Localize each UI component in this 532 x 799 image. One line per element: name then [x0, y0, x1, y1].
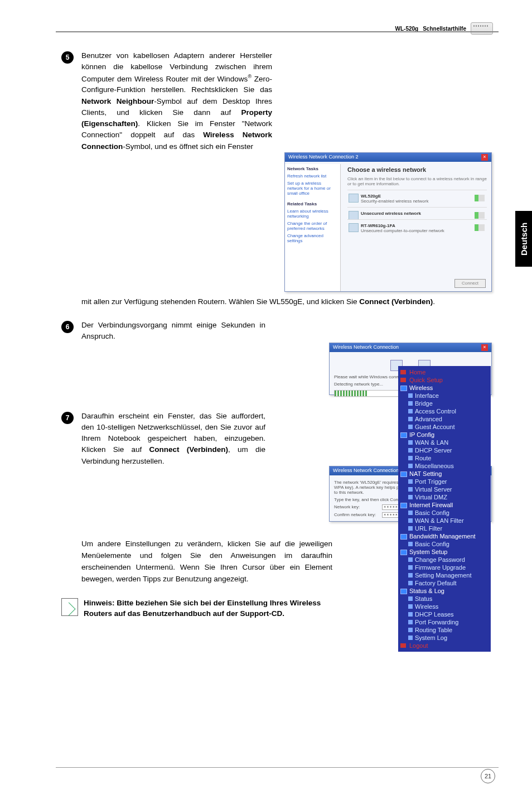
- key-confirm-label: Confirm network key:: [334, 512, 379, 517]
- nav-quick-setup[interactable]: Quick Setup: [398, 376, 491, 384]
- nav-wireless-guest[interactable]: Guest Account: [398, 423, 491, 431]
- nav-logout[interactable]: Logout: [398, 642, 491, 649]
- router-nav-menu: Home Quick Setup Wireless Interface Brid…: [398, 366, 491, 652]
- step6-badge: 6: [61, 321, 74, 333]
- nav-nat-trigger[interactable]: Port Trigger: [398, 478, 491, 485]
- header-subtitle: Schnellstarthilfe: [423, 26, 466, 32]
- nav-ip-wan-lan[interactable]: WAN & LAN: [398, 439, 491, 446]
- nav-sys-password[interactable]: Change Password: [398, 556, 491, 564]
- signal-icon: [475, 224, 485, 231]
- nav-bw-basic[interactable]: Basic Config: [398, 540, 491, 548]
- nav-ip-route[interactable]: Route: [398, 454, 491, 462]
- choose-title: Choose a wireless network: [347, 166, 487, 173]
- nav-ip-misc[interactable]: Miscellaneous: [398, 462, 491, 470]
- step5-badge: 5: [61, 51, 74, 64]
- nav-bandwidth[interactable]: Bandwidth Management: [398, 532, 491, 540]
- nav-home[interactable]: Home: [398, 368, 491, 376]
- close-icon[interactable]: ×: [481, 154, 488, 161]
- nav-fw-basic[interactable]: Basic Config: [398, 509, 491, 517]
- signal-icon: [475, 212, 485, 219]
- nav-stat-routing[interactable]: Routing Table: [398, 626, 491, 634]
- sidebar-link[interactable]: Learn about wireless networking: [287, 209, 338, 219]
- network-entry[interactable]: Unsecured wireless network: [347, 207, 487, 219]
- sidebar-link[interactable]: Change the order of preferred networks: [287, 221, 338, 231]
- note-text: Hinweis: Bitte beziehen Sie sich bei der…: [84, 598, 323, 619]
- footer-rule: [56, 767, 499, 768]
- sidebar-heading: Network Tasks: [287, 166, 338, 171]
- nav-wireless-advanced[interactable]: Advanced: [398, 415, 491, 423]
- window-title: Wireless Network Connection: [333, 468, 399, 474]
- nav-sys-setting[interactable]: Setting Management: [398, 571, 491, 579]
- window-sidebar: Network Tasks Refresh network list Set u…: [285, 164, 341, 291]
- window-title: Wireless Network Connection: [333, 344, 399, 351]
- nav-wireless-access-control[interactable]: Access Control: [398, 407, 491, 415]
- nav-stat-status[interactable]: Status: [398, 595, 491, 603]
- key-label: Network key:: [334, 504, 379, 509]
- sidebar-heading: Related Tasks: [287, 201, 338, 206]
- window-titlebar: Wireless Network Connection 2 ×: [285, 153, 491, 162]
- nav-nat-virtual-server[interactable]: Virtual Server: [398, 485, 491, 493]
- window-title: Wireless Network Connection 2: [288, 154, 359, 161]
- network-entry[interactable]: WL520gE Security-enabled wireless networ…: [347, 190, 487, 207]
- nav-sys-firmware[interactable]: Firmware Upgrade: [398, 564, 491, 571]
- step5-body: Benutzer von kabellosen Adaptern anderer…: [81, 50, 272, 152]
- note-icon: [61, 598, 78, 616]
- nav-wireless[interactable]: Wireless: [398, 384, 491, 392]
- nav-fw-url[interactable]: URL Filter: [398, 524, 491, 532]
- step6-body: Der Verbindungsvorgang nimmt einige Seku…: [81, 320, 265, 343]
- nav-stat-wireless[interactable]: Wireless: [398, 603, 491, 610]
- nav-system-setup[interactable]: System Setup: [398, 548, 491, 556]
- nav-wireless-bridge[interactable]: Bridge: [398, 399, 491, 407]
- nav-wireless-interface[interactable]: Interface: [398, 392, 491, 399]
- choose-desc: Click an item in the list below to conne…: [347, 176, 487, 186]
- nav-stat-portfwd[interactable]: Port Forwarding: [398, 618, 491, 626]
- usage-tip: Um andere Einstellungen zu verändern, kl…: [81, 538, 332, 585]
- nav-ip-config[interactable]: IP Config: [398, 431, 491, 439]
- nav-fw-filter[interactable]: WAN & LAN Filter: [398, 517, 491, 524]
- network-entry[interactable]: RT-WR610g-1FA Unsecured computer-to-comp…: [347, 219, 487, 237]
- window-titlebar: Wireless Network Connection ×: [330, 343, 491, 352]
- header-rule: [56, 31, 499, 33]
- signal-icon: [475, 195, 485, 201]
- nav-nat[interactable]: NAT Setting: [398, 470, 491, 478]
- wireless-picker-window: Wireless Network Connection 2 × Network …: [284, 152, 492, 292]
- language-tab: Deutsch: [515, 211, 532, 267]
- connect-button[interactable]: Connect: [454, 279, 486, 288]
- nav-firewall[interactable]: Internet Firewall: [398, 501, 491, 509]
- step7-body: Daraufhin erscheint ein Fenster, das Sie…: [81, 411, 265, 467]
- page-number: 21: [481, 769, 495, 783]
- sidebar-link[interactable]: Set up a wireless network for a home or …: [287, 181, 338, 196]
- step7-badge: 7: [61, 412, 74, 424]
- step5-continue: mit allen zur Verfügung stehenden Router…: [81, 296, 492, 307]
- nav-stat-dhcp[interactable]: DHCP Leases: [398, 610, 491, 618]
- nav-ip-dhcp[interactable]: DHCP Server: [398, 446, 491, 454]
- header-product: WL-520g: [395, 26, 419, 32]
- nav-stat-syslog[interactable]: System Log: [398, 634, 491, 642]
- close-icon[interactable]: ×: [481, 344, 488, 351]
- nav-sys-factory[interactable]: Factory Default: [398, 579, 491, 587]
- nav-status-log[interactable]: Status & Log: [398, 587, 491, 595]
- nav-nat-dmz[interactable]: Virtual DMZ: [398, 493, 491, 501]
- sidebar-link[interactable]: Change advanced settings: [287, 233, 338, 243]
- sidebar-link[interactable]: Refresh network list: [287, 174, 338, 179]
